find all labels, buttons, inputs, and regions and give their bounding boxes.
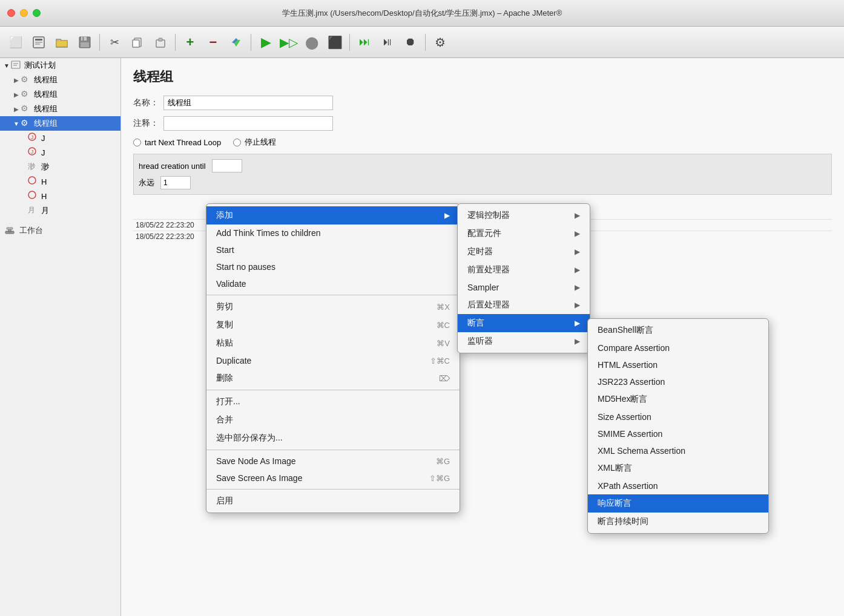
new-button[interactable]: ⬜ — [5, 31, 27, 53]
tg1-label: 线程组 — [34, 74, 58, 85]
smime-label: SMIME Assertion — [598, 429, 662, 439]
workbench-label: 工作台 — [19, 225, 43, 236]
assertion-item-smime[interactable]: SMIME Assertion — [588, 425, 768, 442]
cut-button[interactable]: ✂ — [104, 31, 125, 53]
browse-toolbar-button[interactable] — [225, 31, 247, 53]
submenu-item-logic[interactable]: 逻辑控制器 ▶ — [458, 206, 590, 224]
submenu-item-timer[interactable]: 定时器 ▶ — [458, 243, 590, 261]
md5hex-label: MD5Hex断言 — [598, 394, 647, 405]
assertion-item-compare[interactable]: Compare Assertion — [588, 339, 768, 356]
enable-label: 启用 — [216, 496, 233, 506]
size-label: Size Assertion — [598, 412, 651, 422]
menu-item-save-screen-image[interactable]: Save Screen As Image ⇧⌘G — [206, 470, 460, 487]
close-button[interactable] — [7, 9, 15, 17]
tg3-label: 线程组 — [34, 103, 58, 114]
save-button[interactable] — [74, 31, 96, 53]
menu-item-save-partial[interactable]: 选中部分保存为... — [206, 429, 460, 447]
sidebar-item-tg2[interactable]: ▶ ⚙ 线程组 — [0, 87, 120, 102]
assertion-item-size[interactable]: Size Assertion — [588, 408, 768, 425]
start-nopause-button[interactable]: ▶▷ — [278, 31, 300, 53]
gear-icon: ⚙ — [21, 89, 31, 100]
svg-rect-12 — [12, 61, 20, 68]
thread-options: tart Next Thread Loop 停止线程 — [133, 137, 832, 148]
submenu-item-listener[interactable]: 监听器 ▶ — [458, 332, 590, 350]
menu-item-cut[interactable]: 剪切 ⌘X — [206, 298, 460, 316]
config-label: 配置元件 — [467, 228, 501, 239]
assertion-item-xml[interactable]: XML断言 — [588, 459, 768, 477]
stop-thread-radio[interactable] — [233, 139, 241, 146]
yongyuan-input[interactable] — [160, 176, 191, 189]
assertion-item-xml-schema[interactable]: XML Schema Assertion — [588, 442, 768, 459]
minimize-button[interactable] — [20, 9, 28, 17]
submenu-item-pre[interactable]: 前置处理器 ▶ — [458, 261, 590, 279]
arrow-icon: ▶ — [12, 105, 21, 113]
html-label: HTML Assertion — [598, 360, 658, 370]
add-toolbar-button[interactable]: + — [179, 31, 201, 53]
remote-stop-button[interactable]: ⏯ — [377, 31, 398, 53]
titlebar: 学生压测.jmx (/Users/hecom/Desktop/自动化st/学生压… — [0, 0, 844, 27]
add-think-times-label: Add Think Times to children — [216, 228, 321, 238]
sidebar-item-j2[interactable]: J J — [0, 145, 120, 160]
name-row: 名称： — [133, 96, 832, 110]
sidebar-item-tg4[interactable]: ▼ ⚙ 线程组 — [0, 116, 120, 131]
remote-stop2-button[interactable]: ⏺ — [400, 31, 421, 53]
menu-item-start[interactable]: Start — [206, 241, 460, 258]
name-label: 名称： — [133, 97, 163, 108]
content-title: 线程组 — [133, 68, 832, 86]
shutdown-button[interactable]: ⬛ — [324, 31, 346, 53]
duplicate-shortcut: ⇧⌘C — [430, 356, 450, 365]
paste-button[interactable] — [150, 31, 171, 53]
sidebar-item-h2[interactable]: H — [0, 189, 120, 203]
assertion-item-duration[interactable]: 断言持续时间 — [588, 513, 768, 531]
stop-thread-row: 停止线程 — [233, 137, 276, 148]
sidebar-item-tg1[interactable]: ▶ ⚙ 线程组 — [0, 73, 120, 87]
workbench-item[interactable]: 工作台 — [0, 223, 120, 238]
assertion-item-jsr223[interactable]: JSR223 Assertion — [588, 373, 768, 390]
sidebar-item-testplan[interactable]: ▼ 测试计划 — [0, 58, 120, 73]
menu-item-duplicate[interactable]: Duplicate ⇧⌘C — [206, 352, 460, 369]
name-input[interactable] — [163, 96, 333, 110]
submenu-item-sampler[interactable]: Sampler ▶ — [458, 279, 590, 296]
sidebar-item-h1[interactable]: H — [0, 174, 120, 189]
copy-button[interactable] — [127, 31, 148, 53]
maximize-button[interactable] — [33, 9, 41, 17]
submenu-item-post[interactable]: 后置处理器 ▶ — [458, 296, 590, 314]
comment-input[interactable] — [163, 116, 333, 131]
submenu-item-config[interactable]: 配置元件 ▶ — [458, 224, 590, 243]
stop-toolbar-button[interactable]: ⬤ — [301, 31, 323, 53]
menu-item-open[interactable]: 打开... — [206, 393, 460, 411]
assertion-item-md5hex[interactable]: MD5Hex断言 — [588, 390, 768, 408]
menu-item-add[interactable]: 添加 ▶ — [206, 206, 460, 224]
menu-item-copy[interactable]: 复制 ⌘C — [206, 316, 460, 334]
start-next-loop-radio[interactable] — [133, 139, 141, 146]
sidebar-item-tg3[interactable]: ▶ ⚙ 线程组 — [0, 102, 120, 116]
template-button[interactable] — [28, 31, 50, 53]
remove-toolbar-button[interactable]: − — [202, 31, 224, 53]
menu-item-validate[interactable]: Validate — [206, 275, 460, 292]
menu-item-paste[interactable]: 粘贴 ⌘V — [206, 334, 460, 352]
menu-item-start-no-pauses[interactable]: Start no pauses — [206, 258, 460, 275]
menu-item-merge[interactable]: 合并 — [206, 411, 460, 429]
options-toolbar-button[interactable]: ⚙ — [429, 31, 451, 53]
menu-item-save-node-image[interactable]: Save Node As Image ⌘G — [206, 453, 460, 470]
assertion-item-xpath[interactable]: XPath Assertion — [588, 477, 768, 494]
separator3 — [206, 450, 460, 450]
submenu-item-assertion[interactable]: 断言 ▶ — [458, 314, 590, 332]
sidebar-item-miao[interactable]: 渺 渺 — [0, 160, 120, 174]
menu-item-enable[interactable]: 启用 — [206, 492, 460, 510]
save-partial-label: 选中部分保存为... — [216, 433, 283, 444]
context-menu: 添加 ▶ Add Think Times to children Start S… — [206, 203, 460, 513]
assertion-item-beanshell[interactable]: BeanShell断言 — [588, 321, 768, 339]
assertion-item-html[interactable]: HTML Assertion — [588, 356, 768, 373]
sidebar-item-yue[interactable]: 月 月 — [0, 203, 120, 218]
menu-item-add-think-times[interactable]: Add Think Times to children — [206, 224, 460, 241]
assertion-item-response[interactable]: 响应断言 — [588, 494, 768, 513]
sidebar-item-j1[interactable]: J J — [0, 131, 120, 145]
open-button[interactable] — [51, 31, 73, 53]
menu-item-delete[interactable]: 删除 ⌦ — [206, 369, 460, 387]
paste-label: 粘贴 — [216, 338, 233, 349]
thread-count-input[interactable] — [212, 159, 242, 172]
remote-start-button[interactable]: ⏭ — [354, 31, 375, 53]
start-toolbar-button[interactable]: ▶ — [255, 31, 277, 53]
workbench-icon — [5, 225, 16, 236]
